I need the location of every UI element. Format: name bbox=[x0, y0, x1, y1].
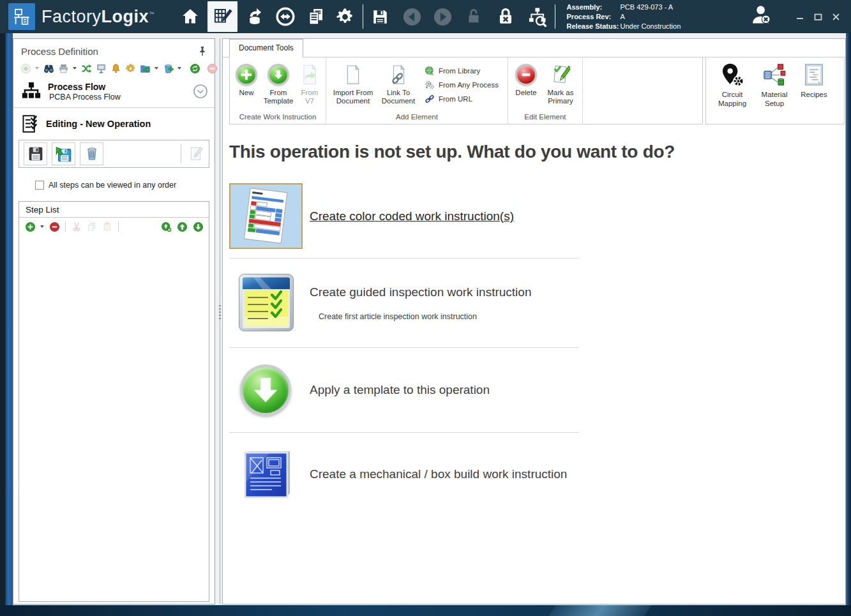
process-search-icon bbox=[527, 6, 548, 27]
add-dropdown-caret[interactable] bbox=[35, 67, 39, 70]
guided-inspection-icon[interactable] bbox=[238, 273, 296, 333]
import-operation-button[interactable] bbox=[52, 142, 75, 165]
paste-icon bbox=[102, 221, 113, 232]
from-template-button[interactable]: From Template bbox=[260, 62, 296, 105]
process-rev-value: A bbox=[621, 13, 625, 20]
pin-icon[interactable] bbox=[197, 45, 208, 57]
move-up-icon[interactable] bbox=[176, 221, 188, 232]
mark-primary-icon bbox=[551, 64, 570, 86]
window-left-border bbox=[0, 33, 13, 605]
window-right-border bbox=[846, 33, 851, 605]
option-color-coded-link[interactable]: Create color coded work instruction(s) bbox=[310, 209, 514, 223]
unlock-button[interactable] bbox=[462, 1, 486, 32]
option-first-article-link[interactable]: Create first article inspection work ins… bbox=[319, 312, 531, 321]
process-definition-button[interactable] bbox=[207, 1, 237, 32]
user-logout-button[interactable] bbox=[750, 4, 773, 29]
material-setup-icon bbox=[762, 63, 787, 87]
circuit-mapping-button[interactable]: Circuit Mapping bbox=[711, 63, 753, 124]
save-button[interactable] bbox=[368, 1, 393, 32]
link-to-document-button[interactable]: Link To Document bbox=[377, 62, 419, 105]
process-rev-label: Process Rev: bbox=[567, 12, 621, 22]
process-flow-icon bbox=[21, 81, 41, 101]
save-icon bbox=[371, 8, 389, 26]
titlebar: FactoryLogix™ bbox=[0, 0, 851, 33]
folder-export-icon[interactable] bbox=[139, 63, 151, 74]
panel-splitter[interactable] bbox=[220, 38, 220, 605]
from-url-button[interactable]: From URL bbox=[425, 94, 499, 104]
step-list-body[interactable] bbox=[19, 236, 209, 601]
new-button[interactable]: New bbox=[232, 62, 260, 97]
move-down-icon[interactable] bbox=[192, 221, 204, 232]
sync-icon[interactable] bbox=[80, 63, 92, 74]
print-icon[interactable] bbox=[57, 63, 69, 74]
factorylogix-logo bbox=[8, 3, 35, 30]
print-dropdown-caret[interactable] bbox=[73, 67, 77, 70]
minimize-icon bbox=[796, 13, 804, 20]
process-flow-row[interactable]: Process Flow PCBA Process Flow bbox=[13, 76, 215, 108]
editing-checklist-icon bbox=[21, 114, 40, 133]
remove-icon[interactable] bbox=[206, 63, 218, 74]
recipes-icon bbox=[803, 63, 825, 87]
process-flow-title: Process Flow bbox=[48, 82, 121, 92]
recipes-button[interactable]: Recipes bbox=[795, 63, 832, 124]
bucket-dropdown-caret[interactable] bbox=[177, 67, 181, 70]
process-search-button[interactable] bbox=[525, 1, 550, 32]
lock-close-icon bbox=[496, 7, 515, 26]
documents-button[interactable] bbox=[304, 1, 328, 32]
option-guided-inspection-link[interactable]: Create guided inspection work instructio… bbox=[310, 285, 531, 299]
panel-title: Process Definition bbox=[21, 46, 98, 57]
from-any-process-button[interactable]: From Any Process bbox=[425, 80, 499, 90]
import-from-document-button[interactable]: Import From Document bbox=[329, 62, 377, 105]
home-button[interactable] bbox=[178, 1, 202, 32]
bucket-export-icon[interactable] bbox=[162, 63, 174, 74]
collapse-icon[interactable] bbox=[193, 84, 208, 99]
mark-as-primary-button[interactable]: Mark as Primary bbox=[541, 62, 580, 105]
ribbon-group-add: Import From Document Lin bbox=[326, 57, 508, 124]
remove-step-icon[interactable] bbox=[49, 221, 60, 232]
back-button[interactable] bbox=[400, 1, 425, 32]
option-apply-template-link[interactable]: Apply a template to this operation bbox=[310, 383, 490, 397]
tab-document-tools[interactable]: Document Tools bbox=[229, 39, 303, 57]
any-order-checkbox[interactable] bbox=[35, 181, 44, 190]
add-step-icon[interactable] bbox=[24, 221, 36, 232]
transfer-button[interactable] bbox=[273, 1, 297, 32]
process-definition-icon bbox=[212, 6, 232, 27]
material-setup-button[interactable]: Material Setup bbox=[753, 63, 795, 124]
settings-button[interactable] bbox=[333, 1, 358, 32]
option-color-coded: Create color coded work instruction(s) bbox=[229, 183, 579, 259]
any-order-label: All steps can be viewed in any order bbox=[49, 181, 176, 190]
maximize-button[interactable] bbox=[813, 11, 823, 22]
color-coded-sheet-icon[interactable] bbox=[229, 183, 303, 249]
group-label-add: Add Element bbox=[326, 111, 508, 124]
add-icon[interactable] bbox=[20, 63, 31, 74]
bell-icon[interactable] bbox=[110, 63, 121, 74]
from-v7-icon bbox=[301, 64, 319, 86]
toolbar-separator bbox=[181, 144, 181, 163]
folder-export-dropdown-caret[interactable] bbox=[154, 67, 158, 70]
screen-icon[interactable] bbox=[95, 63, 107, 74]
refresh-icon[interactable] bbox=[189, 63, 200, 74]
apply-template-icon[interactable] bbox=[240, 364, 291, 416]
option-mechanical-link[interactable]: Create a mechanical / box build work ins… bbox=[310, 467, 567, 481]
desk-logo-icon bbox=[12, 7, 31, 26]
add-step-dropdown-caret[interactable] bbox=[40, 225, 44, 228]
minimize-button[interactable] bbox=[795, 11, 805, 22]
assembly-label: Assembly: bbox=[567, 3, 621, 12]
close-button[interactable] bbox=[831, 11, 841, 22]
binoculars-icon[interactable] bbox=[43, 63, 54, 74]
delete-element-button[interactable]: Delete bbox=[511, 62, 541, 97]
from-template-arrow-icon bbox=[267, 64, 289, 86]
production-button[interactable] bbox=[243, 1, 267, 32]
delete-operation-button[interactable] bbox=[80, 142, 103, 165]
import-document-icon bbox=[345, 64, 361, 86]
delete-stop-icon bbox=[515, 64, 537, 86]
mechanical-blueprint-icon[interactable] bbox=[243, 447, 295, 501]
insert-step-icon[interactable] bbox=[160, 221, 172, 232]
gear-icon[interactable] bbox=[124, 63, 136, 74]
forward-button[interactable] bbox=[431, 1, 455, 32]
save-operation-button[interactable] bbox=[24, 142, 47, 165]
lock-close-button[interactable] bbox=[493, 1, 518, 32]
settings-gear-icon bbox=[335, 7, 355, 27]
step-list-title: Step List bbox=[19, 202, 209, 218]
from-library-button[interactable]: From Library bbox=[425, 66, 499, 76]
